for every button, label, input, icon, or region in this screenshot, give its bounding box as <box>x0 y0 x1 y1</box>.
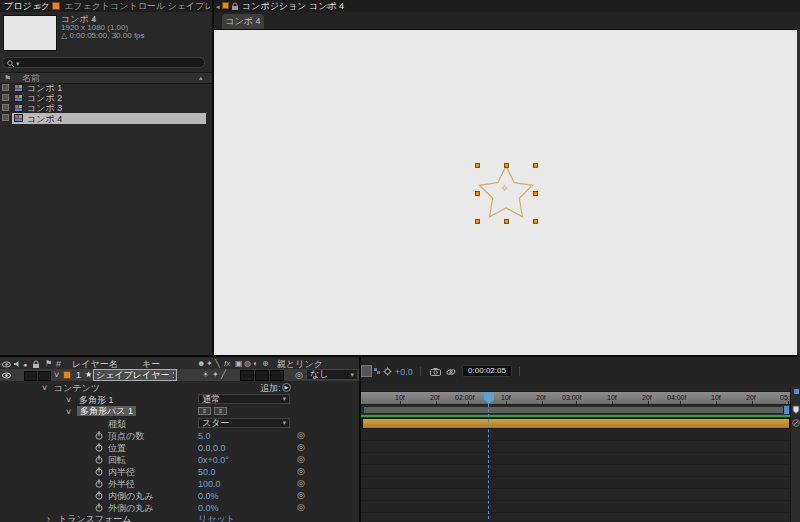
panel-grip[interactable] <box>361 365 372 377</box>
property-value[interactable]: 0.0% <box>198 491 219 501</box>
comp-marker-bin-icon[interactable] <box>792 419 800 427</box>
property-value[interactable]: 0.0,0.0 <box>198 443 226 453</box>
layer-row[interactable]: ˅ 1 ★ ☀ ✦ ╱ ◎ なし ▾ <box>0 369 360 381</box>
stopwatch-icon[interactable] <box>95 443 103 452</box>
panel-menu-icon[interactable]: ≡ <box>36 1 41 11</box>
audio-speaker-icon[interactable] <box>13 360 21 368</box>
property-value[interactable]: 0.0% <box>198 503 219 513</box>
stopwatch-icon[interactable] <box>95 491 103 500</box>
property-pick-whip-icon[interactable]: ◎ <box>297 503 305 512</box>
blend-mode-dropdown[interactable]: 通常 ▾ <box>198 394 290 404</box>
path-expand-chevron[interactable]: ˅ <box>66 407 71 417</box>
time-ruler[interactable]: 01:00f 10f 20f 02:00f 10f 20f 03:00f 10f… <box>361 391 790 405</box>
panel-chevron-icon[interactable]: ◂ <box>216 2 220 12</box>
effects-icon[interactable]: fx <box>224 359 230 369</box>
polystar-shape[interactable] <box>460 148 552 240</box>
project-row[interactable]: コンポ 2 <box>0 93 212 103</box>
link-chain-icon[interactable] <box>446 368 456 376</box>
av-toggle-box[interactable] <box>24 371 37 381</box>
comp-marker-icon[interactable] <box>792 405 800 414</box>
selection-handle[interactable] <box>475 191 480 196</box>
quality-icon[interactable]: ╲ <box>215 359 220 369</box>
layer-name-input[interactable] <box>93 369 177 381</box>
property-pick-whip-icon[interactable]: ◎ <box>297 443 305 452</box>
parent-dropdown[interactable]: なし ▾ <box>306 369 358 380</box>
label-color-chip[interactable] <box>2 84 9 91</box>
collapse-transformations-icon[interactable]: ✦ <box>206 359 213 369</box>
motion-blur-icon[interactable]: ◍ <box>244 359 251 369</box>
frame-blend-icon[interactable]: ▣ <box>235 359 243 369</box>
property-value[interactable]: 0x+0.0° <box>198 455 229 465</box>
3d-layer-icon[interactable]: ⊕ <box>262 359 269 369</box>
property-value[interactable]: 50.0 <box>198 467 216 477</box>
selection-handle[interactable] <box>475 219 480 224</box>
project-item-name[interactable]: コンポ 2 <box>27 93 62 103</box>
anchor-point-icon[interactable]: ✧ <box>500 183 509 193</box>
path-name-selected[interactable]: 多角形パス 1 <box>77 406 136 416</box>
selection-handle[interactable] <box>475 163 480 168</box>
offset-value[interactable]: +0.0 <box>395 367 413 377</box>
property-pick-whip-icon[interactable]: ◎ <box>297 491 305 500</box>
project-item-name[interactable]: コンポ 1 <box>27 83 62 93</box>
selection-handle[interactable] <box>533 191 538 196</box>
parent-pick-whip-icon[interactable]: ◎ <box>295 371 303 380</box>
type-dropdown[interactable]: スター ▾ <box>198 418 290 428</box>
selection-handle[interactable] <box>533 219 538 224</box>
sort-icon[interactable]: ▴ <box>199 73 203 83</box>
label-column-icon[interactable]: ⚑ <box>45 359 52 369</box>
layer-effects-icon[interactable]: ✦ <box>212 370 219 380</box>
property-pick-whip-icon[interactable]: ◎ <box>297 479 305 488</box>
property-pick-whip-icon[interactable]: ◎ <box>297 467 305 476</box>
project-row-selected[interactable]: コンポ 4 <box>0 113 212 124</box>
search-input[interactable]: ▾ <box>2 57 205 68</box>
stopwatch-icon[interactable] <box>95 479 103 488</box>
stopwatch-icon[interactable] <box>95 467 103 476</box>
property-pick-whip-icon[interactable]: ◎ <box>297 431 305 440</box>
label-color-chip[interactable] <box>2 94 9 101</box>
comp-mini-tab[interactable]: コンポ 4 <box>222 14 264 29</box>
mode-box[interactable] <box>255 370 269 381</box>
work-area-bar[interactable] <box>363 406 784 414</box>
layer-expand-chevron[interactable]: ˅ <box>54 370 59 380</box>
selection-handle[interactable] <box>504 219 509 224</box>
transform-row[interactable]: › トランスフォーム リセット <box>0 513 360 522</box>
contents-expand-chevron[interactable]: ˅ <box>42 383 47 393</box>
key-column-header[interactable]: キー <box>142 359 160 369</box>
mode-box[interactable] <box>270 370 284 381</box>
layer-visibility-eye-icon[interactable] <box>2 372 11 379</box>
property-value[interactable]: 100.0 <box>198 479 221 489</box>
selection-handle[interactable] <box>533 163 538 168</box>
viewer-panel-menu-icon[interactable]: ≡ <box>326 1 331 11</box>
index-column-header[interactable]: # <box>56 359 61 369</box>
tab-effect-controls[interactable]: エフェクトコントロール シェイプレイヤー 1 <box>64 1 210 11</box>
av-toggle-box[interactable] <box>38 371 51 381</box>
video-eye-icon[interactable] <box>2 361 11 368</box>
layer-collapse-icon[interactable]: ☀ <box>202 370 209 380</box>
stopwatch-icon[interactable] <box>95 455 103 464</box>
path-direction-icon[interactable]: ≡ <box>198 407 211 415</box>
shy-icon[interactable]: ☻ <box>197 359 205 369</box>
layer-duration-bar[interactable] <box>362 418 790 429</box>
project-item-name[interactable]: コンポ 3 <box>27 103 62 113</box>
contents-row[interactable]: ˅ コンテンツ 追加: ▶ <box>0 381 360 393</box>
stopwatch-icon[interactable] <box>95 503 103 512</box>
search-dropdown-icon[interactable]: ▾ <box>16 59 20 69</box>
group-name[interactable]: 多角形 1 <box>79 395 114 405</box>
gear-icon[interactable] <box>383 367 392 376</box>
transform-expand-chevron[interactable]: › <box>47 514 50 522</box>
property-pick-whip-icon[interactable]: ◎ <box>297 455 305 464</box>
project-item-name[interactable]: コンポ 4 <box>27 114 62 124</box>
adjustment-layer-icon[interactable]: ◐ <box>253 359 258 369</box>
label-color-chip[interactable] <box>2 114 9 121</box>
mode-box[interactable] <box>240 370 254 381</box>
add-button[interactable]: ▶ <box>282 383 291 392</box>
lock-icon[interactable] <box>32 360 40 369</box>
snapshot-camera-icon[interactable] <box>430 368 441 376</box>
layer-name-column-header[interactable]: レイヤー名 <box>72 359 118 369</box>
selection-handle[interactable] <box>504 163 509 168</box>
shape-group-row[interactable]: ˅ 多角形 1 通常 ▾ <box>0 393 360 405</box>
color-swatch-icon[interactable] <box>374 368 381 375</box>
project-row[interactable]: コンポ 3 <box>0 103 212 113</box>
label-color-chip[interactable] <box>2 104 9 111</box>
navigator-end-cap[interactable] <box>794 389 799 394</box>
